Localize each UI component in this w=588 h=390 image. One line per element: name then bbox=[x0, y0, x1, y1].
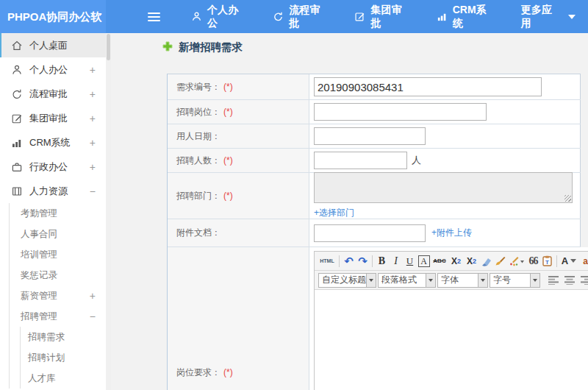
form-row-hire-date: 用人日期： bbox=[168, 124, 581, 149]
bar-chart-icon bbox=[437, 11, 448, 22]
collapse-icon[interactable]: − bbox=[90, 185, 96, 197]
sidebar-item-crm[interactable]: CRM系统 + bbox=[0, 130, 106, 155]
font-color-button[interactable]: A bbox=[559, 253, 578, 269]
toolbar-separator bbox=[372, 255, 373, 267]
sidebar-item-label: 集团审批 bbox=[29, 112, 68, 125]
sidebar-item-process-approval[interactable]: 流程审批 + bbox=[0, 82, 106, 106]
blockquote-button[interactable]: 66 bbox=[526, 253, 540, 269]
sidebar: 个人桌面 个人办公 + 流程审批 + 集团审批 + bbox=[0, 33, 106, 390]
sidebar-item-label: 奖惩记录 bbox=[21, 269, 57, 282]
nav-process-approval[interactable]: 流程审批 bbox=[260, 0, 342, 33]
expand-icon[interactable]: + bbox=[90, 64, 96, 76]
expand-icon[interactable]: + bbox=[90, 137, 96, 149]
hire-date-input[interactable] bbox=[314, 127, 426, 145]
align-center-icon[interactable] bbox=[563, 272, 577, 288]
sidebar-item-talent-pool[interactable]: 人才库 bbox=[0, 368, 106, 389]
sidebar-item-human-resources[interactable]: 人力资源 − bbox=[0, 179, 106, 203]
nav-group-approval[interactable]: 集团审批 bbox=[342, 0, 423, 33]
align-left-icon[interactable] bbox=[547, 272, 561, 288]
headcount-input[interactable] bbox=[314, 152, 407, 169]
subscript-button[interactable]: X2 bbox=[464, 253, 479, 269]
sidebar-item-recruitment[interactable]: 招聘管理− bbox=[0, 306, 106, 327]
edit-square-icon bbox=[11, 113, 23, 124]
expand-icon[interactable]: + bbox=[90, 88, 96, 100]
required-marker: (*) bbox=[223, 155, 233, 166]
italic-button[interactable]: I bbox=[389, 253, 403, 269]
field-value-cell: HTML ↶ ↷ B I U A ABC X2 X2 bbox=[309, 247, 588, 390]
select-department-link[interactable]: +选择部门 bbox=[314, 207, 354, 219]
attachment-upload-link[interactable]: +附件上传 bbox=[431, 227, 472, 239]
sidebar-item-label: 人事合同 bbox=[21, 228, 57, 241]
nav-label: 流程审批 bbox=[289, 4, 329, 30]
superscript-button[interactable]: X2 bbox=[448, 253, 464, 269]
position-input[interactable] bbox=[314, 103, 487, 121]
char-style-button[interactable]: A bbox=[417, 253, 431, 269]
field-value-cell bbox=[309, 100, 581, 124]
sidebar-item-label: 流程审批 bbox=[29, 88, 68, 101]
paragraph-format-select[interactable]: 段落格式 bbox=[378, 273, 436, 288]
plus-icon bbox=[162, 41, 173, 54]
expand-icon[interactable]: + bbox=[90, 161, 96, 173]
sidebar-item-group-approval[interactable]: 集团审批 + bbox=[0, 106, 106, 130]
sidebar-item-label: 招聘计划 bbox=[28, 352, 65, 364]
required-marker: (*) bbox=[223, 191, 233, 201]
sidebar-scrollbar[interactable] bbox=[106, 33, 111, 390]
job-requirements-editor-area[interactable] bbox=[315, 290, 588, 390]
app-logo[interactable]: PHPOA协同办公软件 bbox=[0, 0, 106, 33]
sidebar-item-recruit-demand[interactable]: 招聘需求 bbox=[0, 327, 106, 347]
attachment-input[interactable] bbox=[314, 224, 426, 242]
font-size-select[interactable]: 字号 bbox=[490, 273, 540, 288]
sidebar-item-rewards[interactable]: 奖惩记录 bbox=[0, 265, 106, 286]
sidebar-item-salary[interactable]: 薪资管理+ bbox=[0, 286, 106, 306]
redo-icon[interactable]: ↷ bbox=[356, 253, 370, 269]
sidebar-item-label: 人力资源 bbox=[29, 185, 68, 198]
caret-down-icon bbox=[568, 15, 576, 19]
caret-down-icon bbox=[570, 259, 576, 263]
form-row-headcount: 招聘人数： (*) 人 bbox=[168, 149, 581, 173]
color-spray-icon[interactable] bbox=[507, 253, 526, 269]
top-navigation: 个人办公 流程审批 集团审批 CRM系统 更多应用 bbox=[179, 0, 588, 33]
home-icon bbox=[11, 40, 23, 52]
background-color-button[interactable]: a bbox=[578, 253, 588, 269]
hr-submenu: 考勤管理 人事合同 培训管理 奖惩记录 薪资管理+ 招聘管理− 招聘需求 招聘计… bbox=[0, 203, 106, 389]
page-title-text: 新增招聘需求 bbox=[179, 40, 243, 54]
person-icon bbox=[11, 64, 23, 76]
department-textarea[interactable] bbox=[314, 172, 573, 203]
font-family-select[interactable]: 字体 bbox=[437, 273, 488, 288]
sidebar-item-admin-office[interactable]: 行政办公 + bbox=[0, 155, 106, 179]
nav-personal-office[interactable]: 个人办公 bbox=[179, 0, 260, 33]
underline-button[interactable]: U bbox=[403, 253, 417, 269]
sidebar-item-attendance[interactable]: 考勤管理 bbox=[0, 203, 106, 224]
form-row-request-number: 需求编号： (*) bbox=[168, 74, 581, 100]
field-label: 用人日期： bbox=[168, 124, 309, 148]
hamburger-icon[interactable] bbox=[148, 10, 161, 24]
undo-icon[interactable]: ↶ bbox=[342, 253, 356, 269]
nav-more-apps[interactable]: 更多应用 bbox=[509, 0, 588, 33]
sidebar-item-personal-office[interactable]: 个人办公 + bbox=[0, 57, 106, 82]
bold-button[interactable]: B bbox=[375, 253, 389, 269]
custom-title-select[interactable]: 自定义标题 bbox=[318, 273, 376, 288]
request-number-input[interactable] bbox=[314, 77, 542, 96]
collapse-icon[interactable]: − bbox=[90, 311, 96, 322]
format-brush-icon[interactable] bbox=[493, 253, 507, 269]
sidebar-item-training[interactable]: 培训管理 bbox=[0, 244, 106, 265]
sidebar-scrollbar-thumb[interactable] bbox=[107, 34, 110, 60]
align-right-icon[interactable] bbox=[579, 272, 588, 288]
required-marker: (*) bbox=[223, 82, 233, 92]
expand-icon[interactable]: + bbox=[90, 290, 96, 302]
expand-icon[interactable]: + bbox=[90, 113, 96, 124]
sidebar-item-recruit-plan[interactable]: 招聘计划 bbox=[0, 347, 106, 368]
nav-label: CRM系统 bbox=[453, 4, 496, 30]
strikethrough-button[interactable]: ABC bbox=[431, 253, 448, 269]
resize-handle[interactable] bbox=[564, 195, 571, 202]
sidebar-item-personal-desktop[interactable]: 个人桌面 bbox=[0, 33, 106, 57]
form-row-department: 招聘部门： (*) +选择部门 bbox=[168, 173, 581, 219]
nav-label: 个人办公 bbox=[207, 4, 248, 30]
field-value-cell: +选择部门 bbox=[309, 173, 581, 219]
eraser-icon[interactable] bbox=[479, 253, 493, 269]
sidebar-item-hr-contract[interactable]: 人事合同 bbox=[0, 224, 106, 244]
html-mode-button[interactable]: HTML bbox=[318, 253, 337, 269]
paste-icon[interactable]: T bbox=[540, 253, 554, 269]
nav-crm-system[interactable]: CRM系统 bbox=[424, 0, 509, 33]
recruitment-request-form: 需求编号： (*) 招聘岗位： (*) 用人 bbox=[167, 74, 581, 390]
